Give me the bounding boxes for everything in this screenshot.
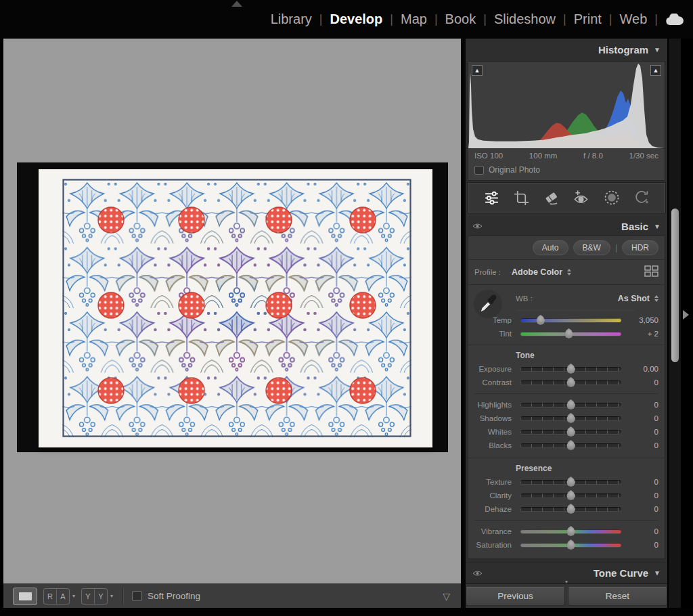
module-tab-print[interactable]: Print bbox=[574, 12, 602, 27]
blacks-thumb[interactable] bbox=[566, 440, 575, 450]
reference-view-group: R A ▾ bbox=[43, 588, 75, 604]
exif-iso: ISO 100 bbox=[474, 152, 503, 160]
profile-value-dropdown[interactable]: Adobe Color bbox=[512, 267, 562, 277]
lens-blur-icon[interactable] bbox=[633, 190, 650, 206]
red-eye-icon[interactable] bbox=[573, 190, 589, 206]
reference-view-caret-icon[interactable]: ▾ bbox=[72, 593, 75, 599]
saturation-row: Saturation 0 bbox=[468, 538, 665, 552]
saturation-value[interactable]: 0 bbox=[626, 541, 658, 549]
contrast-value[interactable]: 0 bbox=[626, 378, 658, 387]
footer-marker-icon: ▾ bbox=[565, 579, 568, 585]
exposure-slider[interactable] bbox=[520, 367, 621, 371]
loupe-view-button[interactable] bbox=[13, 588, 37, 605]
module-tab-develop[interactable]: Develop bbox=[330, 12, 383, 27]
before-after-view-button[interactable]: Y Y bbox=[81, 588, 108, 604]
wb-divider bbox=[516, 310, 635, 311]
module-tab-library[interactable]: Library bbox=[271, 12, 312, 27]
texture-thumb[interactable] bbox=[566, 477, 575, 487]
panel-toggle-eye-icon[interactable] bbox=[472, 570, 483, 577]
panel-scrollbar-track[interactable] bbox=[667, 39, 681, 608]
panel-scrollbar-thumb[interactable] bbox=[671, 208, 679, 362]
whites-thumb[interactable] bbox=[566, 426, 575, 437]
highlights-value[interactable]: 0 bbox=[626, 401, 658, 409]
module-tab-book[interactable]: Book bbox=[445, 12, 476, 27]
exposure-thumb[interactable] bbox=[566, 364, 575, 374]
clarity-thumb[interactable] bbox=[566, 490, 575, 500]
shadow-clipping-indicator[interactable]: ▲ bbox=[472, 65, 483, 76]
dehaze-slider[interactable] bbox=[520, 507, 621, 511]
highlights-thumb[interactable] bbox=[566, 399, 575, 410]
original-photo-checkbox[interactable] bbox=[474, 166, 484, 175]
soft-proofing-label: Soft Proofing bbox=[148, 591, 200, 601]
dehaze-thumb[interactable] bbox=[566, 504, 575, 514]
wb-caret-icon[interactable] bbox=[654, 295, 658, 302]
contrast-slider[interactable] bbox=[520, 380, 621, 384]
basic-panel-header[interactable]: Basic ▼ bbox=[466, 215, 667, 237]
histogram-collapse-icon[interactable]: ▼ bbox=[654, 46, 661, 53]
previous-button[interactable]: Previous bbox=[466, 587, 565, 606]
exposure-value[interactable]: 0.00 bbox=[626, 365, 658, 373]
wb-value-dropdown[interactable]: As Shot bbox=[618, 294, 650, 303]
saturation-slider[interactable] bbox=[520, 543, 621, 547]
collapse-top-panel-arrow-icon[interactable] bbox=[231, 1, 242, 7]
vibrance-value[interactable]: 0 bbox=[626, 527, 658, 535]
profile-caret-icon[interactable] bbox=[567, 269, 571, 276]
soft-proofing-checkbox[interactable] bbox=[132, 591, 142, 601]
histogram-graph[interactable]: ▲ ▲ bbox=[468, 62, 665, 149]
photo[interactable] bbox=[39, 169, 432, 447]
temp-value[interactable]: 3,050 bbox=[626, 316, 658, 324]
profile-browser-icon[interactable] bbox=[644, 265, 658, 279]
contrast-row: Contrast 0 bbox=[468, 376, 665, 389]
saturation-thumb[interactable] bbox=[566, 540, 575, 550]
whites-slider[interactable] bbox=[520, 430, 621, 434]
whites-value[interactable]: 0 bbox=[626, 428, 658, 436]
vibrance-slider[interactable] bbox=[520, 529, 621, 533]
basic-collapse-icon[interactable]: ▼ bbox=[654, 223, 661, 230]
panel-separator bbox=[461, 39, 466, 616]
reset-button[interactable]: Reset bbox=[568, 587, 667, 606]
highlights-slider[interactable] bbox=[520, 403, 621, 407]
tint-value[interactable]: + 2 bbox=[626, 330, 658, 338]
texture-slider[interactable] bbox=[520, 480, 621, 484]
shadows-row: Shadows 0 bbox=[468, 412, 665, 425]
module-tab-slideshow[interactable]: Slideshow bbox=[494, 12, 556, 27]
wb-eyedropper-button[interactable] bbox=[474, 290, 502, 318]
panel-toggle-eye-icon[interactable] bbox=[472, 223, 483, 229]
edit-sliders-icon[interactable] bbox=[483, 190, 500, 206]
histogram-header[interactable]: Histogram ▼ bbox=[466, 39, 667, 60]
tone-curve-collapse-icon[interactable]: ▼ bbox=[654, 569, 661, 577]
shadows-slider[interactable] bbox=[520, 416, 621, 420]
cloud-sync-icon[interactable] bbox=[665, 14, 684, 26]
temp-slider-thumb[interactable] bbox=[536, 315, 545, 325]
before-after-caret-icon[interactable]: ▾ bbox=[110, 593, 113, 599]
texture-value[interactable]: 0 bbox=[626, 478, 658, 486]
module-tab-map[interactable]: Map bbox=[401, 12, 427, 27]
blacks-value[interactable]: 0 bbox=[626, 441, 658, 449]
histogram-panel: ▲ ▲ ISO 100 100 mm f / 8.0 1/30 sec Orig… bbox=[468, 61, 665, 181]
module-tab-web[interactable]: Web bbox=[620, 12, 648, 27]
crop-icon[interactable] bbox=[514, 190, 529, 206]
shadows-value[interactable]: 0 bbox=[626, 414, 658, 422]
contrast-thumb[interactable] bbox=[566, 377, 575, 387]
shadows-thumb[interactable] bbox=[566, 413, 575, 423]
remove-heal-icon[interactable] bbox=[543, 190, 559, 206]
blacks-slider[interactable] bbox=[520, 443, 621, 447]
vibrance-thumb[interactable] bbox=[566, 526, 575, 536]
clarity-value[interactable]: 0 bbox=[626, 491, 658, 500]
highlight-clipping-indicator[interactable]: ▲ bbox=[650, 65, 661, 76]
dehaze-value[interactable]: 0 bbox=[626, 505, 658, 513]
expand-right-panel-arrow-icon[interactable] bbox=[683, 310, 689, 320]
temp-slider[interactable] bbox=[520, 318, 621, 322]
auto-button[interactable]: Auto bbox=[533, 240, 568, 255]
toolbar-options-icon[interactable]: ▽ bbox=[443, 591, 450, 602]
hdr-button[interactable]: HDR bbox=[622, 240, 658, 255]
bw-button[interactable]: B&W bbox=[573, 240, 610, 255]
tint-row: Tint + 2 bbox=[468, 327, 665, 340]
reference-active-view-button[interactable]: R A bbox=[43, 588, 70, 604]
masking-icon[interactable] bbox=[604, 190, 620, 206]
exif-focal-length: 100 mm bbox=[529, 152, 558, 160]
tint-slider-thumb[interactable] bbox=[564, 328, 573, 338]
histogram-title: Histogram bbox=[598, 44, 648, 56]
clarity-slider[interactable] bbox=[520, 493, 621, 498]
tint-slider[interactable] bbox=[520, 332, 621, 336]
